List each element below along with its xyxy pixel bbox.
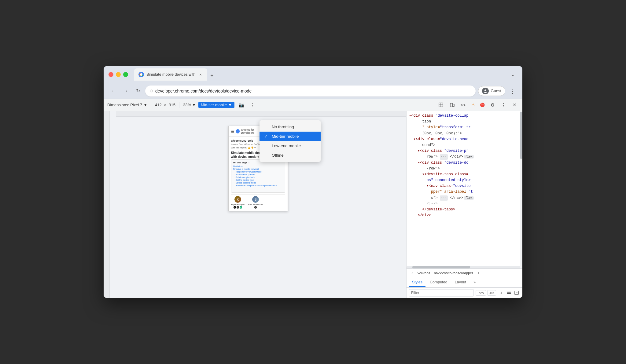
inspect-computed-icon[interactable] — [513, 289, 520, 296]
zoom-selector[interactable]: 33% ▼ — [183, 103, 196, 107]
toc-more: ... — [233, 188, 283, 191]
maximize-button[interactable] — [123, 72, 128, 77]
breadcrumb-prev-button[interactable]: ‹ — [409, 270, 415, 276]
minimize-button[interactable] — [116, 72, 121, 77]
more-devtools-button[interactable]: ⋮ — [499, 101, 508, 109]
breadcrumb-item-nav[interactable]: nav.devsite-tabs-wrapper — [433, 271, 474, 275]
scrollbar-thumb — [412, 266, 470, 268]
tab-more[interactable]: » — [470, 278, 479, 287]
code-line-7: ▸<div class="devsite-pr — [407, 148, 522, 154]
dimensions-selector[interactable]: Dimensions: Pixel 7 ▼ — [107, 103, 147, 107]
throttle-arrow-icon: ▼ — [228, 103, 232, 107]
title-bar: Simulate mobile devices with ✕ + ⌄ — [104, 66, 522, 83]
author-kayce-medium-icon[interactable]: M — [240, 206, 242, 209]
toc-item-pixel-ratio[interactable]: Set device pixel ratio — [233, 176, 283, 179]
tag-span: ▾<div class= — [409, 114, 435, 118]
more-options-toolbar-button[interactable]: ⋮ — [248, 101, 256, 109]
toc-item-device-type[interactable]: Set the device type — [233, 179, 283, 181]
active-tab[interactable]: Simulate mobile devices with ✕ — [134, 68, 207, 81]
hov-cls-buttons: :hov .cls — [476, 290, 496, 296]
check-icon: ✓ — [264, 134, 269, 139]
attr2: pper" aria-label= — [431, 190, 468, 194]
throttle-offline-label: Offline — [272, 153, 284, 158]
device-toolbar-toggle[interactable] — [448, 101, 456, 109]
toggle-classes-icon[interactable] — [506, 289, 512, 296]
cls-button[interactable]: .cls — [487, 290, 496, 296]
more-options-button[interactable]: ⋮ — [508, 86, 517, 96]
throttle-no-throttling[interactable]: No throttling — [260, 122, 321, 132]
breadcrumb-next-button[interactable]: › — [476, 270, 482, 276]
add-rule-icon[interactable]: + — [498, 289, 505, 296]
author-kayce-x-icon[interactable]: 𝕏 — [234, 206, 236, 209]
attr-val2: "devsite-head — [440, 137, 469, 141]
reload-button[interactable]: ↻ — [133, 86, 143, 96]
ruler-left — [104, 111, 110, 298]
toc-item-responsive[interactable]: Responsive Viewport Mode — [233, 170, 283, 173]
toc-item-device-specific[interactable]: Device-specific mode — [233, 181, 283, 184]
dropdown-arrow-icon: ▼ — [143, 103, 147, 107]
traffic-lights — [109, 72, 128, 77]
attr-val3: "devsite-pr — [444, 149, 468, 153]
inspect-element-button[interactable] — [437, 101, 445, 109]
throttle-offline[interactable]: Offline — [260, 151, 321, 160]
code-cont5: -row"> — [427, 166, 440, 171]
dimensions-label: Dimensions: Pixel 7 — [107, 103, 142, 107]
chevron-right-icon[interactable]: >> — [459, 101, 467, 109]
author-kayce-github-icon[interactable]: ⌥ — [237, 206, 239, 209]
throttle-button[interactable]: Mid-tier mobile ▼ — [198, 102, 234, 108]
throttle-dropdown: No throttling ✓ Mid-tier mobile Low-end … — [260, 120, 321, 162]
error-icon[interactable]: ⛔ — [479, 102, 486, 108]
close-tag: </devsite-tabs> — [422, 207, 455, 212]
attr-span: " style= — [422, 125, 440, 129]
url-bar[interactable]: ⊙ developer.chrome.com/docs/devtools/dev… — [145, 86, 476, 96]
styles-tabs: Styles Computed Layout » — [407, 277, 522, 288]
close-devtools-button[interactable]: ✕ — [510, 101, 519, 109]
tab-styles[interactable]: Styles — [409, 278, 425, 287]
tab-computed[interactable]: Computed — [427, 278, 451, 287]
flex-badge2: flex — [464, 196, 474, 200]
tag-span5: ▾<devsite-tabs class= — [422, 172, 468, 177]
throttle-mid-tier[interactable]: ✓ Mid-tier mobile — [260, 132, 321, 141]
author-sofia-github-icon[interactable]: ⌥ — [254, 206, 257, 209]
toc-item-limitations[interactable]: Limitations — [233, 165, 283, 168]
devtools-panel: ▾<div class="devsite-collap tion " style… — [406, 111, 522, 298]
close-button[interactable] — [109, 72, 113, 77]
toc-arrow-icon: ⌄ — [248, 161, 250, 164]
code-panel: ▾<div class="devsite-collap tion " style… — [407, 111, 522, 268]
flex-badge: flex — [464, 155, 474, 158]
styles-action-icons: + — [498, 289, 520, 296]
svg-point-1 — [484, 89, 486, 91]
zoom-arrow-icon: ▼ — [192, 103, 196, 107]
height-value[interactable]: 915 — [169, 103, 175, 107]
width-value[interactable]: 412 — [155, 103, 162, 107]
separator — [151, 102, 151, 108]
toc-item-simulate[interactable]: Simulate a mobile viewport — [233, 168, 283, 170]
styles-filter-input[interactable] — [409, 289, 474, 297]
author-kayce-avatar: K — [234, 196, 241, 203]
tab-layout[interactable]: Layout — [452, 278, 470, 287]
code-line-6: ound"> — [407, 142, 522, 148]
ellipsis-badge: ··· — [440, 154, 448, 160]
throttle-low-end[interactable]: Low-end mobile — [260, 141, 321, 151]
horizontal-scrollbar[interactable] — [407, 266, 522, 268]
site-logo-circle — [236, 129, 240, 133]
code-close: </div> — [448, 155, 463, 159]
author-kayce-image: K — [234, 196, 241, 203]
tab-close-button[interactable]: ✕ — [198, 72, 203, 77]
devtools-vertical-scrollbar[interactable] — [520, 111, 522, 268]
profile-button[interactable]: Guest — [478, 86, 505, 96]
back-button[interactable]: ← — [109, 86, 118, 96]
capture-screenshot-button[interactable]: 📷 — [237, 101, 245, 109]
chevron-down-icon[interactable]: ⌄ — [509, 71, 517, 79]
warning-icon[interactable]: ⚠ — [470, 102, 477, 108]
new-tab-button[interactable]: + — [207, 71, 217, 81]
toc-item-rotate[interactable]: Rotate the viewport to landscape orienta… — [233, 184, 283, 187]
hov-button[interactable]: :hov — [476, 290, 486, 296]
toc-item-media[interactable]: Show media queries — [233, 173, 283, 176]
settings-icon[interactable]: ⚙ — [488, 101, 497, 109]
separator3 — [433, 102, 433, 108]
forward-button[interactable]: → — [121, 86, 131, 96]
breadcrumb-item-ver-tabs[interactable]: ver-tabs — [416, 271, 432, 275]
tag-span4: ▾<div class= — [418, 161, 444, 165]
code-line-10: -row"> — [407, 166, 522, 172]
